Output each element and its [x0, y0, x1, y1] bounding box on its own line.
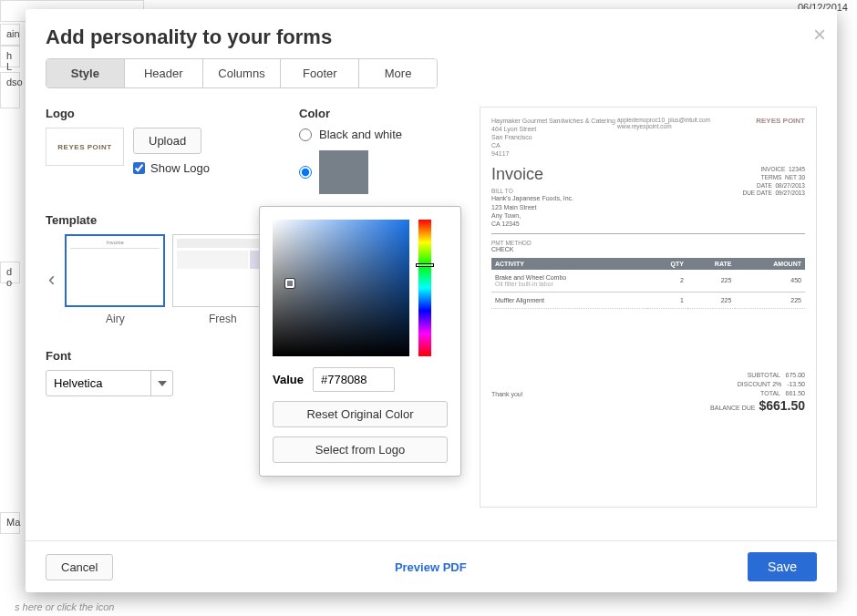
color-bw-radio-row[interactable]: Black and white	[299, 128, 463, 141]
preview-logo: REYES POINT	[756, 117, 805, 125]
font-section-label: Font	[46, 349, 283, 363]
chevron-down-icon[interactable]	[150, 371, 172, 395]
tab-more[interactable]: More	[359, 59, 437, 87]
modal-footer: Cancel Preview PDF Save	[26, 540, 837, 592]
template-section-label: Template	[46, 213, 283, 227]
invoice-preview: REYES POINT Haymaker Gourmet Sandwiches …	[480, 107, 817, 508]
preview-company-site: www.reyespoint.com	[617, 123, 710, 129]
preview-company-state: CA	[491, 141, 805, 149]
show-logo-label: Show Logo	[150, 161, 210, 175]
bg-hint-text: s here or click the icon	[15, 601, 114, 612]
hue-slider[interactable]	[418, 220, 431, 356]
save-button[interactable]: Save	[748, 552, 817, 581]
col-rate: RATE	[687, 258, 736, 270]
color-value-input[interactable]	[313, 367, 395, 392]
close-icon[interactable]: ×	[813, 22, 826, 47]
saturation-cursor[interactable]	[285, 279, 294, 288]
table-row: Brake and Wheel ComboOil filter built-in…	[491, 270, 805, 293]
color-swatch[interactable]	[319, 150, 368, 194]
modal-title: Add personality to your forms	[26, 9, 837, 58]
preview-company-email: appledemoproc10_plus@intuit.com	[617, 117, 710, 123]
tab-columns[interactable]: Columns	[203, 59, 282, 87]
tab-header[interactable]: Header	[125, 59, 203, 87]
font-select[interactable]: Helvetica	[46, 370, 173, 396]
preview-pmt-value: CHECK	[491, 246, 805, 252]
reset-color-button[interactable]: Reset Original Color	[273, 401, 448, 427]
col-activity: ACTIVITY	[491, 258, 647, 270]
cancel-button[interactable]: Cancel	[46, 554, 113, 580]
col-amount: AMOUNT	[735, 258, 805, 270]
font-select-value: Helvetica	[46, 371, 150, 395]
preview-line-items-table: ACTIVITY QTY RATE AMOUNT Brake and Wheel…	[491, 258, 805, 309]
template-label-fresh: Fresh	[172, 313, 273, 325]
hue-cursor[interactable]	[416, 263, 434, 267]
color-bw-label: Black and white	[319, 128, 402, 141]
color-picker-popup: Value Reset Original Color Select from L…	[259, 206, 461, 477]
show-logo-checkbox-row[interactable]: Show Logo	[133, 161, 210, 175]
select-from-logo-button[interactable]: Select from Logo	[273, 436, 448, 463]
bg-row-frag: dso	[0, 72, 20, 108]
bg-row-frag: h L	[0, 46, 20, 67]
table-row: Muffler Alignment 1 225 225	[491, 292, 805, 308]
show-logo-checkbox[interactable]	[133, 162, 145, 174]
template-option-fresh[interactable]: Fresh	[172, 234, 273, 325]
logo-section-label: Logo	[46, 107, 283, 120]
preview-pdf-link[interactable]: Preview PDF	[395, 560, 467, 574]
logo-thumbnail[interactable]: REYES POINT	[46, 128, 124, 166]
color-section-label: Color	[299, 107, 463, 120]
bg-row-frag: d o	[0, 262, 20, 283]
preview-billto-statezip: CA 12345	[491, 220, 805, 228]
color-value-label: Value	[273, 373, 304, 386]
col-qty: QTY	[647, 258, 687, 270]
template-label-airy: Airy	[65, 313, 165, 325]
color-bw-radio[interactable]	[299, 128, 312, 141]
tab-style[interactable]: Style	[46, 59, 125, 87]
preview-billto-addr: 123 Main Street	[491, 203, 805, 211]
preview-thanks: Thank you!	[491, 391, 523, 397]
saturation-value-canvas[interactable]	[273, 220, 409, 356]
template-prev-icon[interactable]: ‹	[46, 268, 57, 292]
logo-brand-text: REYES POINT	[57, 143, 111, 151]
preview-company-zip: 94117	[491, 149, 805, 158]
bg-row-frag: Ma	[0, 512, 20, 534]
bg-row-frag: ain	[0, 24, 20, 46]
preview-totals: SUBTOTAL 675.00 DISCOUNT 2% -13.50 TOTAL…	[710, 371, 805, 416]
template-thumb-fresh	[172, 234, 273, 307]
tab-footer[interactable]: Footer	[281, 59, 359, 87]
preview-meta: INVOICE 12345 TERMS NET 30 DATE 08/27/20…	[742, 166, 805, 198]
tabs-bar: Style Header Columns Footer More	[46, 58, 438, 88]
template-thumb-airy: Invoice	[65, 234, 165, 307]
preview-pmt-label: PMT METHOD	[491, 240, 805, 246]
template-option-airy[interactable]: Invoice Airy	[65, 234, 165, 325]
color-custom-radio-row[interactable]	[299, 150, 463, 194]
color-custom-radio[interactable]	[299, 166, 312, 179]
preview-company-city: San Francisco	[491, 133, 805, 141]
upload-button[interactable]: Upload	[133, 128, 201, 154]
customize-forms-modal: × Add personality to your forms Style He…	[26, 9, 837, 592]
preview-billto-city: Any Town,	[491, 211, 805, 220]
